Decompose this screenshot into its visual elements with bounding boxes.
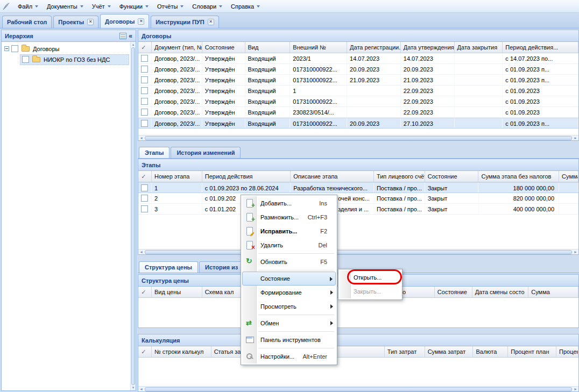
column-header[interactable]: Процент ф bbox=[556, 346, 578, 357]
row-checkbox[interactable] bbox=[141, 120, 148, 127]
row-checkbox[interactable] bbox=[141, 205, 148, 212]
column-header[interactable]: Вид цены bbox=[152, 287, 202, 297]
column-header[interactable]: Дата закрытия bbox=[455, 42, 503, 53]
menu-item[interactable]: ОбновитьF5 bbox=[242, 255, 336, 269]
collapse-panel-button[interactable]: « bbox=[129, 33, 132, 39]
column-header[interactable]: Валюта bbox=[473, 346, 508, 357]
tree-checkbox[interactable] bbox=[22, 56, 29, 63]
tree-checkbox[interactable] bbox=[11, 45, 18, 52]
row-checkbox[interactable] bbox=[141, 55, 148, 62]
column-header[interactable]: Номер этапа bbox=[152, 171, 202, 182]
menubar-item[interactable]: Отчёты bbox=[153, 1, 188, 12]
tab-item[interactable]: История из bbox=[199, 261, 244, 273]
row-checkbox[interactable] bbox=[141, 98, 148, 105]
scroll-left-icon[interactable]: ◂ bbox=[138, 250, 144, 254]
menubar-item[interactable]: Функции bbox=[115, 1, 153, 12]
menu-item[interactable]: Настройки...Alt+Enter bbox=[242, 350, 336, 364]
tab-item[interactable]: История изменений bbox=[171, 147, 241, 158]
horizontal-scrollbar[interactable]: ◂ ▸ bbox=[138, 135, 578, 140]
menu-item[interactable]: Обмен bbox=[242, 316, 336, 330]
tab-close-button[interactable]: × bbox=[87, 19, 94, 25]
column-header[interactable]: Период действия... bbox=[503, 42, 578, 53]
tree-node-label[interactable]: НИОКР по ГОЗ без НДС bbox=[44, 56, 110, 63]
column-header[interactable]: ✓ bbox=[138, 346, 152, 357]
menu-item[interactable]: УдалитьDel bbox=[242, 238, 336, 252]
table-row[interactable]: 2с 01.09.202очей конс...Поставка / про..… bbox=[138, 193, 578, 204]
menu-item[interactable]: Формирование bbox=[242, 286, 336, 300]
row-checkbox[interactable] bbox=[141, 195, 148, 202]
table-row[interactable]: Договор, 2023/...УтверждёнВходящий122.09… bbox=[138, 85, 578, 96]
scroll-right-icon[interactable]: ▸ bbox=[573, 136, 578, 140]
scrollbar-thumb[interactable] bbox=[145, 250, 572, 254]
scroll-right-icon[interactable]: ▸ bbox=[573, 250, 578, 254]
vertical-scrollbar[interactable]: ▴ ▾ bbox=[130, 42, 136, 390]
column-header[interactable]: ✓ bbox=[138, 171, 152, 182]
column-header[interactable]: ✓ bbox=[138, 42, 152, 53]
menu-item[interactable]: Размножить...Ctrl+F3 bbox=[242, 210, 336, 224]
menubar-item[interactable]: Файл bbox=[13, 1, 43, 12]
menu-item[interactable]: Исправить...F2 bbox=[242, 224, 336, 238]
scrollbar-thumb[interactable] bbox=[131, 47, 135, 385]
menubar-item[interactable]: Справка bbox=[227, 1, 264, 12]
scroll-left-icon[interactable]: ◂ bbox=[138, 136, 144, 140]
column-header[interactable]: Описание этапа bbox=[291, 171, 374, 182]
scroll-up-icon[interactable]: ▴ bbox=[131, 42, 136, 47]
tree-expander-icon[interactable] bbox=[4, 46, 9, 51]
locate-record-icon[interactable] bbox=[119, 33, 126, 39]
column-header[interactable]: Процент план bbox=[508, 346, 556, 357]
table-row[interactable]: Договор, 2023/...УтверждёнВходящий230823… bbox=[138, 107, 578, 118]
column-header[interactable]: Документ (тип, № bbox=[152, 42, 202, 53]
row-checkbox[interactable] bbox=[141, 109, 148, 116]
tab-close-button[interactable]: × bbox=[138, 18, 144, 25]
menu-item[interactable]: Панель инструментов bbox=[242, 333, 336, 347]
horizontal-scrollbar[interactable]: ◂ ▸ bbox=[138, 386, 578, 391]
column-header[interactable]: Тип лицевого счёт bbox=[374, 171, 425, 182]
table-row[interactable]: Договор, 2023/...УтверждёнВходящий017310… bbox=[138, 96, 578, 107]
tab-active[interactable]: Этапы bbox=[139, 147, 170, 158]
column-header[interactable]: Сумма этапа без налогов bbox=[478, 171, 559, 182]
scroll-down-icon[interactable]: ▾ bbox=[131, 386, 136, 390]
table-row[interactable]: Договор, 2023/...УтверждёнВходящий017310… bbox=[138, 118, 578, 129]
column-header[interactable]: Сумма bbox=[528, 287, 578, 297]
menu-item[interactable]: Состояние bbox=[242, 272, 336, 286]
menu-item[interactable]: Просмотреть bbox=[242, 300, 336, 313]
column-header[interactable]: Сумма bbox=[559, 171, 578, 182]
column-header[interactable]: Дата утверждения bbox=[401, 42, 455, 53]
column-header[interactable]: Дата регистрации. bbox=[347, 42, 401, 53]
column-header[interactable]: Тип затрат bbox=[385, 346, 425, 357]
tab-item[interactable]: Проекты× bbox=[53, 16, 98, 28]
table-row[interactable]: 3с 01.01.202зделия и ...Поставка / про..… bbox=[138, 204, 578, 215]
column-header[interactable]: ✓ bbox=[138, 287, 152, 297]
tab-active[interactable]: Договоры× bbox=[100, 14, 149, 28]
scrollbar-thumb[interactable] bbox=[145, 136, 572, 140]
tab-close-button[interactable]: × bbox=[208, 19, 214, 25]
column-header[interactable]: Период действия bbox=[202, 171, 291, 182]
menubar-item[interactable]: Документы bbox=[43, 1, 88, 12]
scrollbar-thumb[interactable] bbox=[145, 387, 572, 391]
column-header[interactable]: Дата смены состо bbox=[472, 287, 529, 297]
column-header[interactable]: Внешний № bbox=[290, 42, 347, 53]
scroll-left-icon[interactable]: ◂ bbox=[138, 387, 144, 391]
row-checkbox[interactable] bbox=[141, 76, 148, 83]
menu-item[interactable]: Добавить...Ins bbox=[242, 196, 336, 210]
table-row[interactable]: Договор, 2023/...УтверждёнВходящий017310… bbox=[138, 64, 578, 75]
tab-item[interactable]: Инструкции ПУП× bbox=[151, 16, 218, 28]
column-header[interactable]: Вид bbox=[245, 42, 291, 53]
tree-node[interactable]: Договоры bbox=[2, 44, 130, 54]
column-header[interactable]: Состояние bbox=[435, 287, 472, 297]
column-header[interactable]: Состояние bbox=[202, 42, 245, 53]
tree-node-label[interactable]: Договоры bbox=[33, 46, 59, 52]
table-row[interactable]: Договор, 2023/...УтверждёнВходящий017310… bbox=[138, 75, 578, 85]
row-checkbox[interactable] bbox=[141, 66, 148, 73]
table-row[interactable]: 1с 01.09.2023 по 28.06.2024Разработка те… bbox=[138, 182, 578, 193]
tab-item[interactable]: Рабочий стол bbox=[2, 16, 52, 28]
menubar-item[interactable]: Учёт bbox=[88, 1, 115, 12]
tree-node[interactable]: НИОКР по ГОЗ без НДС bbox=[2, 54, 130, 65]
tab-active[interactable]: Структура цены bbox=[139, 261, 198, 273]
column-header[interactable]: № строки калькул bbox=[152, 346, 211, 357]
column-header[interactable]: Состояние bbox=[425, 171, 479, 182]
horizontal-scrollbar[interactable]: ◂ ▸ bbox=[138, 249, 578, 254]
column-header[interactable]: Сумма затрат bbox=[425, 346, 474, 357]
table-row[interactable]: Договор, 2023/...УтверждёнВходящий2023/1… bbox=[138, 53, 578, 64]
scroll-right-icon[interactable]: ▸ bbox=[573, 387, 578, 391]
